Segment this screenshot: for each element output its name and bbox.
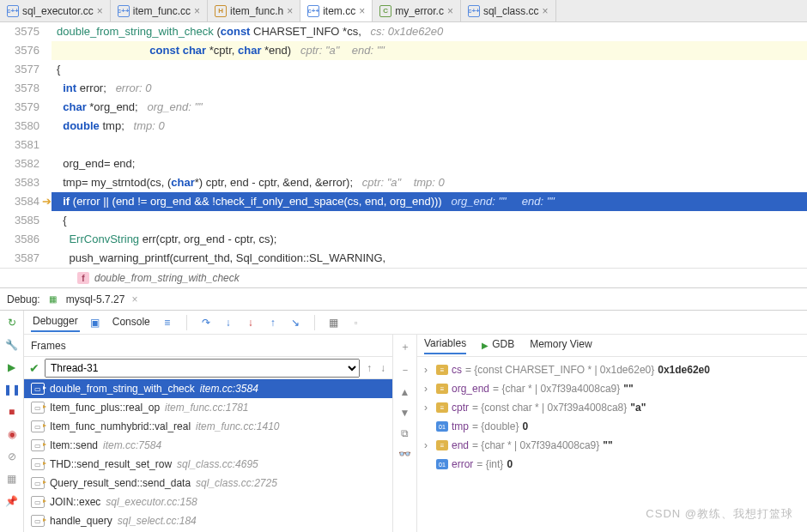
chevron-icon[interactable]: › (424, 402, 433, 414)
stack-frame[interactable]: ▭ Item_func_plus::real_op item_func.cc:1… (24, 398, 392, 417)
variables-tabs: Variables ▶ GDB Memory View (417, 335, 807, 357)
stack-frame[interactable]: ▭ handle_query sql_select.cc:184 (24, 511, 392, 530)
variable-row[interactable]: › ≡ org_end = {char * | 0x7f39a4008ca9} … (424, 379, 800, 398)
frame-icon: ▭ (31, 402, 45, 414)
variable-row[interactable]: › ≡ cs = {const CHARSET_INFO * | 0x1de62… (424, 360, 800, 379)
mute-breakpoints-icon[interactable]: ⊘ (5, 450, 19, 463)
view-breakpoints-icon[interactable]: ◉ (5, 427, 19, 441)
stack-frame[interactable]: ▭ Item::send item.cc:7584 (24, 436, 392, 455)
file-tab[interactable]: c++ sql_class.cc × (461, 0, 556, 21)
stack-frame[interactable]: ▭ Query_result_send::send_data sql_class… (24, 474, 392, 493)
chevron-icon[interactable]: › (424, 383, 433, 395)
glasses-icon[interactable]: 👓 (398, 448, 411, 460)
frame-location: sql_class.cc:4695 (177, 458, 258, 470)
more-icon[interactable]: ▫ (349, 316, 363, 329)
variables-list: › ≡ cs = {const CHARSET_INFO * | 0x1de62… (417, 357, 807, 477)
var-name: error (452, 458, 473, 470)
code-area[interactable]: double_from_string_with_check (const CHA… (52, 22, 807, 268)
frame-location: sql_executor.cc:158 (106, 496, 197, 508)
variable-row[interactable]: › ≡ end = {char * | 0x7f39a4008ca9} "" (424, 436, 800, 455)
cpp-file-icon: c++ (7, 5, 19, 17)
var-value: "a" (630, 402, 646, 414)
file-tab[interactable]: c++ item.cc × (300, 0, 373, 21)
layout-icon[interactable]: ▦ (5, 472, 19, 486)
file-tab[interactable]: c++ item_func.cc × (111, 0, 208, 21)
step-over-icon[interactable]: ↷ (199, 316, 213, 329)
close-icon[interactable]: × (447, 5, 453, 17)
breadcrumb-bar: f double_from_string_with_check (0, 268, 807, 288)
stop-icon[interactable]: ■ (5, 405, 19, 419)
frame-location: item.cc:7584 (103, 439, 161, 451)
stack-frame[interactable]: ▭ double_from_string_with_check item.cc:… (24, 379, 392, 398)
var-type-icon: 01 (436, 421, 448, 432)
var-name: cs (452, 364, 462, 376)
cpp-file-icon: c++ (307, 5, 319, 17)
evaluate-icon[interactable]: ▦ (327, 316, 341, 329)
file-tab[interactable]: C my_error.c × (373, 0, 461, 21)
stack-frame[interactable]: ▭ THD::send_result_set_row sql_class.cc:… (24, 455, 392, 474)
debug-main: Debugger ▣ Console ≡ ↷ ↓ ↓ ↑ ↘ ▦ ▫ Frame… (24, 311, 807, 532)
tab-variables[interactable]: Variables (424, 337, 466, 354)
chevron-icon[interactable]: › (424, 439, 433, 451)
close-icon[interactable]: × (359, 5, 365, 17)
close-icon[interactable]: × (97, 5, 103, 17)
copy-icon[interactable]: ⧉ (401, 427, 409, 439)
debugger-toolbar: Debugger ▣ Console ≡ ↷ ↓ ↓ ↑ ↘ ▦ ▫ (24, 311, 807, 335)
next-frame-icon[interactable]: ↓ (379, 362, 387, 374)
add-watch-icon[interactable]: ＋ (400, 340, 410, 354)
tab-gdb[interactable]: GDB (492, 338, 514, 354)
debug-side-toolbar: ↻ 🔧 ▶ ❚❚ ■ ◉ ⊘ ▦ 📌 (0, 311, 24, 532)
variable-row[interactable]: 01 tmp = {double} 0 (424, 417, 800, 436)
var-type: = {const CHARSET_INFO * | 0x1de62e0} (465, 364, 654, 376)
var-type: = {char * | 0x7f39a4008ca9} (472, 439, 599, 451)
close-icon[interactable]: × (131, 293, 137, 305)
variable-row[interactable]: › ≡ cptr = {const char * | 0x7f39a4008ca… (424, 398, 800, 417)
remove-watch-icon[interactable]: － (400, 363, 410, 378)
file-tab[interactable]: H item_func.h × (208, 0, 300, 21)
frame-name: handle_query (50, 515, 112, 527)
resume-icon[interactable]: ▶ (5, 360, 19, 374)
variable-row[interactable]: 01 error = {int} 0 (424, 455, 800, 474)
var-type: = {const char * | 0x7f39a4008ca8} (472, 402, 627, 414)
frame-name: Query_result_send::send_data (50, 477, 191, 489)
run-to-cursor-icon[interactable]: ↘ (288, 316, 302, 329)
frame-name: THD::send_result_set_row (50, 458, 172, 470)
step-into-icon[interactable]: ↓ (221, 316, 235, 329)
tab-debugger[interactable]: Debugger (31, 313, 80, 332)
force-step-into-icon[interactable]: ↓ (244, 316, 258, 329)
file-tab[interactable]: c++ sql_executor.cc × (0, 0, 111, 21)
cpp-file-icon: c++ (468, 5, 480, 17)
step-out-icon[interactable]: ↑ (266, 316, 280, 329)
close-icon[interactable]: × (287, 5, 293, 17)
prev-frame-icon[interactable]: ↑ (365, 362, 373, 374)
run-config-icon: ▦ (47, 293, 59, 305)
pin-icon[interactable]: 📌 (5, 494, 19, 508)
settings-icon[interactable]: 🔧 (5, 338, 19, 352)
close-icon[interactable]: × (194, 5, 200, 17)
tab-console[interactable]: Console (111, 314, 152, 331)
threads-icon[interactable]: ≡ (161, 316, 174, 329)
stack-frame[interactable]: ▭ Item_func_numhybrid::val_real item_fun… (24, 417, 392, 436)
close-icon[interactable]: × (543, 5, 549, 17)
file-tab-bar: c++ sql_executor.cc × c++ item_func.cc ×… (0, 0, 807, 22)
up-icon[interactable]: ▲ (400, 386, 410, 398)
pause-icon[interactable]: ❚❚ (5, 383, 19, 396)
variables-panel: ＋ － ▲ ▼ ⧉ 👓 Variables ▶ GDB Memory View (393, 335, 807, 532)
frame-name: double_from_string_with_check (50, 383, 195, 395)
var-value: "" (623, 383, 633, 395)
tab-label: sql_class.cc (483, 5, 539, 17)
chevron-icon[interactable]: › (424, 364, 433, 376)
thread-select[interactable]: Thread-31 (45, 359, 360, 378)
tab-memory-view[interactable]: Memory View (530, 338, 592, 354)
frame-location: sql_select.cc:184 (118, 515, 197, 527)
frame-list: ▭ double_from_string_with_check item.cc:… (24, 379, 392, 532)
var-type: = {double} (472, 420, 519, 432)
stack-frame[interactable]: ▭ JOIN::exec sql_executor.cc:158 (24, 493, 392, 511)
run-config-name[interactable]: mysql-5.7.27 (66, 293, 125, 305)
breadcrumb-text[interactable]: double_from_string_with_check (94, 272, 240, 284)
rerun-icon[interactable]: ↻ (5, 316, 19, 329)
var-value: "" (603, 439, 612, 451)
frame-icon: ▭ (31, 477, 45, 489)
down-icon[interactable]: ▼ (400, 407, 410, 419)
var-name: org_end (452, 383, 489, 395)
